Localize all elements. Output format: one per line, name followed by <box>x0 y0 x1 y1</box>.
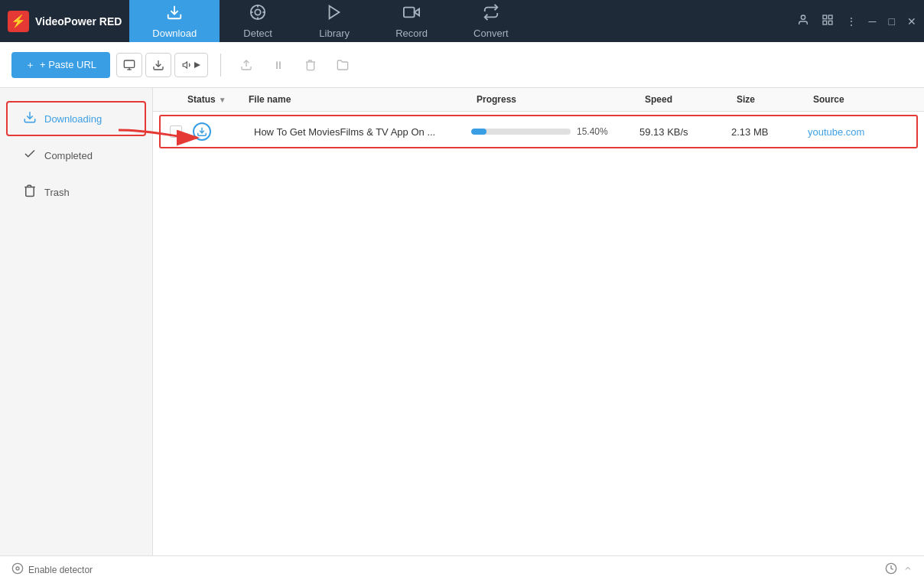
completed-label: Completed <box>44 150 93 161</box>
record-tab-icon <box>403 4 420 24</box>
maximize-button[interactable]: □ <box>889 15 895 28</box>
row-speed: 59.13 KB/s <box>639 126 731 138</box>
svg-rect-11 <box>823 15 827 19</box>
svg-marker-20 <box>194 62 200 68</box>
window-controls: ⋮ ─ □ ✕ <box>797 14 916 28</box>
sidebar-item-trash[interactable]: Trash <box>6 174 146 210</box>
tab-detect[interactable]: Detect <box>220 0 296 42</box>
pause-button[interactable] <box>233 53 259 77</box>
toolbar-separator <box>220 54 221 77</box>
volume-button[interactable] <box>174 53 208 77</box>
toolbar-buttons <box>116 53 208 77</box>
sort-icon: ▼ <box>219 96 226 104</box>
svg-rect-14 <box>828 21 832 24</box>
sidebar-item-completed[interactable]: Completed <box>6 138 146 173</box>
download-area: Status ▼ File name Progress Speed Size S… <box>153 88 924 555</box>
toolbar: ＋ + Paste URL <box>0 42 924 88</box>
tab-library-label: Library <box>319 28 350 39</box>
size-header-label: Size <box>737 94 755 105</box>
svg-point-10 <box>801 15 805 19</box>
detector-circle-icon <box>11 562 24 577</box>
clock-icon <box>885 562 897 577</box>
progress-bar-bg <box>471 129 571 135</box>
user-icon[interactable] <box>797 14 809 28</box>
delete-button[interactable] <box>298 53 324 77</box>
trash-icon <box>23 184 37 200</box>
svg-rect-13 <box>823 21 827 24</box>
chevron-up-icon[interactable] <box>903 564 913 575</box>
library-tab-icon <box>326 4 343 24</box>
svg-point-2 <box>255 9 260 15</box>
svg-marker-8 <box>415 8 419 15</box>
tab-convert-label: Convert <box>473 28 509 39</box>
trash-label: Trash <box>44 187 70 198</box>
statusbar-right <box>885 562 913 577</box>
row-progress: 15.40% <box>471 126 639 137</box>
row-status <box>193 122 254 141</box>
row-source: youtube.com <box>808 126 907 138</box>
tab-record[interactable]: Record <box>373 0 451 42</box>
svg-rect-9 <box>404 7 415 17</box>
detect-tab-icon <box>249 4 266 24</box>
svg-rect-12 <box>828 15 832 19</box>
speed-header-label: Speed <box>645 94 672 105</box>
row-filename: How To Get MoviesFilms & TV App On ... <box>254 126 471 138</box>
import-button[interactable] <box>145 53 171 77</box>
svg-rect-15 <box>124 60 134 67</box>
statusbar-left: Enable detector <box>11 562 93 577</box>
header-filename: File name <box>249 94 477 105</box>
paste-url-label: + Paste URL <box>40 59 96 70</box>
tab-download-label: Download <box>152 28 197 39</box>
sidebar: Downloading Completed Trash <box>0 88 153 555</box>
downloading-label: Downloading <box>44 113 102 125</box>
source-text: youtube.com <box>808 126 864 138</box>
header-speed: Speed <box>645 94 737 105</box>
add-url-button[interactable] <box>116 53 142 77</box>
svg-point-25 <box>12 563 22 573</box>
download-tab-icon <box>166 4 183 24</box>
completed-icon <box>23 147 37 164</box>
app-logo: ⚡ VideoPower RED <box>8 11 122 32</box>
stop-button[interactable]: ⏸ <box>265 53 291 77</box>
header-source: Source <box>813 94 913 105</box>
tab-detect-label: Detect <box>243 28 272 39</box>
svg-point-26 <box>16 567 19 570</box>
progress-container: 15.40% <box>471 126 632 137</box>
progress-header-label: Progress <box>477 94 516 105</box>
more-icon[interactable]: ⋮ <box>846 15 857 28</box>
plus-icon: ＋ <box>25 58 35 72</box>
tab-convert[interactable]: Convert <box>451 0 532 42</box>
row-checkbox[interactable] <box>170 125 193 138</box>
tab-record-label: Record <box>395 28 428 39</box>
minimize-button[interactable]: ─ <box>869 15 877 28</box>
row-size: 2.13 MB <box>731 126 808 138</box>
app-title: VideoPower RED <box>35 15 122 28</box>
paste-url-button[interactable]: ＋ + Paste URL <box>11 52 110 78</box>
progress-bar-fill <box>471 129 486 135</box>
grid-icon[interactable] <box>822 14 834 28</box>
main-content: Downloading Completed Trash <box>0 88 924 555</box>
statusbar: Enable detector <box>0 555 924 583</box>
source-header-label: Source <box>813 94 844 105</box>
filename-text: How To Get MoviesFilms & TV App On ... <box>254 126 435 138</box>
table-header: Status ▼ File name Progress Speed Size S… <box>153 88 924 112</box>
header-progress: Progress <box>477 94 645 105</box>
tab-library[interactable]: Library <box>296 0 373 42</box>
convert-tab-icon <box>483 4 499 24</box>
enable-detector-label[interactable]: Enable detector <box>28 565 93 575</box>
header-status[interactable]: Status ▼ <box>187 94 249 105</box>
size-text: 2.13 MB <box>731 126 768 138</box>
svg-marker-7 <box>330 5 340 18</box>
logo-icon: ⚡ <box>8 11 29 32</box>
sidebar-item-downloading[interactable]: Downloading <box>6 101 146 136</box>
titlebar: ⚡ VideoPower RED Download <box>0 0 924 42</box>
folder-button[interactable] <box>330 53 356 77</box>
header-size: Size <box>737 94 813 105</box>
close-button[interactable]: ✕ <box>907 15 916 28</box>
svg-marker-19 <box>183 61 187 67</box>
progress-text: 15.40% <box>577 126 609 137</box>
downloading-icon <box>23 110 37 127</box>
status-header-label: Status <box>187 94 216 105</box>
table-row[interactable]: How To Get MoviesFilms & TV App On ... 1… <box>159 115 918 148</box>
tab-download[interactable]: Download <box>129 0 220 42</box>
